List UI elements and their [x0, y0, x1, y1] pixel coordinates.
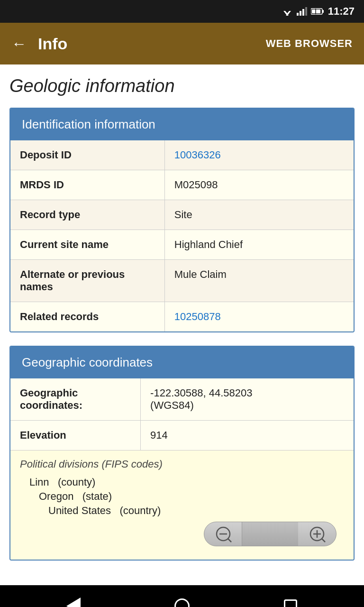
app-bar: ← Info WEB BROWSER — [0, 23, 364, 64]
zoom-out-icon — [215, 525, 232, 543]
svg-rect-10 — [312, 9, 320, 13]
site-name-label: Current site name — [10, 230, 165, 259]
zoom-in-icon — [309, 525, 326, 543]
table-row: Deposit ID 10036326 — [10, 140, 354, 170]
identification-header-title: Identification information — [22, 117, 155, 131]
alt-names-label: Alternate or previous names — [10, 260, 165, 302]
svg-point-3 — [286, 15, 288, 16]
svg-rect-4 — [297, 13, 299, 16]
svg-line-18 — [322, 539, 325, 542]
page-title: Geologic information — [9, 76, 355, 96]
svg-line-14 — [228, 539, 231, 542]
geographic-card-header: Geographic coordinates — [10, 347, 354, 378]
list-item: Oregon (state) — [20, 489, 344, 504]
zoom-divider — [242, 522, 298, 546]
political-divisions: Political divisions (FIPS codes) Linn (c… — [10, 451, 354, 560]
record-type-value: Site — [165, 200, 354, 230]
zoom-in-button[interactable] — [298, 522, 336, 546]
identification-card-header: Identification information — [10, 109, 354, 140]
mrds-id-label: MRDS ID — [10, 170, 165, 200]
svg-rect-6 — [302, 9, 304, 16]
zoom-controls — [20, 518, 344, 550]
status-bar: 11:27 — [0, 0, 364, 23]
related-records-value[interactable]: 10250878 — [165, 302, 354, 331]
elevation-label: Elevation — [10, 421, 141, 450]
svg-rect-9 — [322, 10, 324, 13]
table-row: Alternate or previous names Mule Claim — [10, 260, 354, 302]
status-time: 11:27 — [328, 5, 355, 18]
back-button[interactable]: ← — [11, 35, 27, 53]
battery-icon — [311, 8, 324, 15]
political-divisions-title: Political divisions (FIPS codes) — [20, 458, 344, 470]
status-icons: 11:27 — [282, 5, 355, 18]
home-nav-icon — [174, 598, 190, 607]
table-row: Related records 10250878 — [10, 302, 354, 331]
svg-rect-5 — [300, 11, 301, 16]
svg-rect-7 — [305, 7, 307, 16]
coordinates-label: Geographic coordinates: — [10, 378, 141, 420]
related-records-label: Related records — [10, 302, 165, 331]
nav-back-button[interactable] — [59, 592, 88, 607]
mrds-id-value: M025098 — [165, 170, 354, 200]
wifi-icon — [282, 7, 293, 16]
deposit-id-label: Deposit ID — [10, 140, 165, 170]
nav-recent-button[interactable] — [276, 592, 305, 607]
table-row: Current site name Highland Chief — [10, 230, 354, 260]
table-row: Record type Site — [10, 200, 354, 230]
record-type-label: Record type — [10, 200, 165, 230]
elevation-value: 914 — [141, 421, 354, 450]
signal-icon — [297, 7, 307, 16]
deposit-id-value[interactable]: 10036326 — [165, 140, 354, 170]
table-row: MRDS ID M025098 — [10, 170, 354, 200]
back-nav-icon — [66, 598, 81, 607]
list-item: United States (country) — [20, 504, 344, 518]
main-content: Geologic information Identification info… — [0, 64, 364, 585]
geographic-header-title: Geographic coordinates — [22, 355, 153, 369]
nav-bar — [0, 585, 364, 607]
recent-nav-icon — [284, 599, 297, 607]
app-bar-title: Info — [38, 35, 266, 53]
site-name-value: Highland Chief — [165, 230, 354, 259]
web-browser-button[interactable]: WEB BROWSER — [266, 37, 353, 50]
list-item: Linn (county) — [20, 475, 344, 489]
zoom-out-button[interactable] — [204, 522, 242, 546]
geo-table-row: Elevation 914 — [10, 421, 354, 451]
alt-names-value: Mule Claim — [165, 260, 354, 302]
coordinates-value: -122.30588, 44.58203(WGS84) — [141, 378, 354, 420]
geo-table-row: Geographic coordinates: -122.30588, 44.5… — [10, 378, 354, 421]
identification-card: Identification information Deposit ID 10… — [9, 108, 355, 332]
zoom-bar — [204, 522, 337, 546]
geographic-card: Geographic coordinates Geographic coordi… — [9, 346, 355, 561]
nav-home-button[interactable] — [168, 592, 196, 607]
